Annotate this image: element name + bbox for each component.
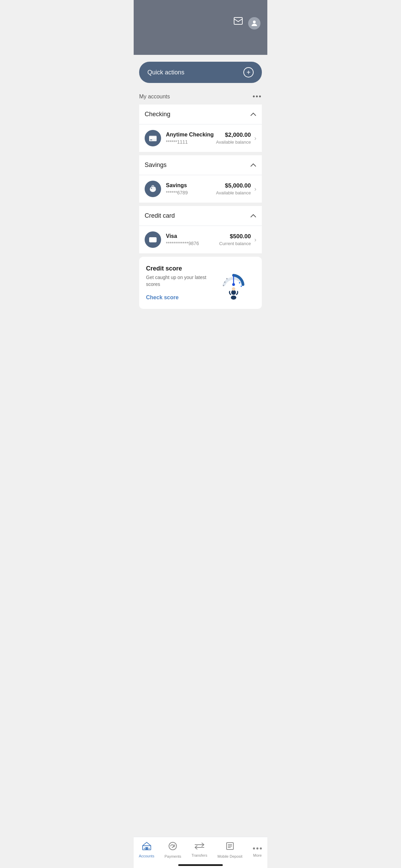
account-group-credit-card: Credit card Visa ************9876 $50 bbox=[139, 206, 262, 253]
nav-accounts[interactable]: Accounts bbox=[135, 840, 158, 859]
credit-card-group-title: Credit card bbox=[145, 212, 175, 219]
accounts-nav-label: Accounts bbox=[139, 854, 154, 858]
credit-card-account-number: ************9876 bbox=[166, 241, 219, 246]
checking-account-name: Anytime Checking bbox=[166, 132, 216, 138]
check-score-link[interactable]: Check score bbox=[146, 294, 179, 300]
mobile-deposit-nav-icon bbox=[225, 841, 235, 853]
savings-group-header[interactable]: Savings bbox=[139, 155, 262, 175]
svg-point-25 bbox=[169, 842, 177, 850]
svg-rect-4 bbox=[150, 140, 152, 140]
svg-point-17 bbox=[239, 282, 240, 284]
checking-account-number: ******1111 bbox=[166, 139, 216, 145]
credit-card-account-item[interactable]: Visa ************9876 $500.00 Current ba… bbox=[139, 226, 262, 253]
credit-score-card: Credit score Get caught up on your lates… bbox=[139, 257, 262, 309]
payments-nav-icon bbox=[168, 841, 178, 853]
svg-point-6 bbox=[151, 188, 152, 189]
mail-icon[interactable] bbox=[234, 17, 243, 27]
credit-card-account-name: Visa bbox=[166, 233, 219, 239]
nav-mobile-deposit[interactable]: Mobile Deposit bbox=[214, 840, 246, 860]
svg-point-18 bbox=[231, 290, 236, 295]
savings-balance-label: Available balance bbox=[216, 190, 251, 195]
svg-point-20 bbox=[232, 287, 235, 291]
credit-card-balance-wrap: $500.00 Current balance bbox=[219, 233, 251, 246]
svg-point-15 bbox=[226, 278, 228, 279]
quick-actions-label: Quick actions bbox=[147, 69, 184, 76]
credit-score-illustration bbox=[217, 266, 255, 300]
my-accounts-more-button[interactable]: ••• bbox=[253, 93, 262, 100]
svg-point-30 bbox=[253, 847, 255, 849]
account-group-checking: Checking Anytime Checking ******1111 bbox=[139, 105, 262, 152]
checking-group-title: Checking bbox=[145, 111, 170, 118]
nav-payments[interactable]: Payments bbox=[161, 840, 185, 860]
savings-account-number: ******6789 bbox=[166, 190, 216, 195]
svg-point-31 bbox=[256, 847, 258, 849]
svg-point-19 bbox=[231, 296, 236, 300]
savings-arrow-icon: › bbox=[254, 185, 256, 193]
home-indicator bbox=[178, 864, 223, 866]
credit-score-content: Credit score Get caught up on your lates… bbox=[146, 265, 214, 301]
svg-rect-10 bbox=[150, 241, 152, 242]
checking-balance-wrap: $2,000.00 Available balance bbox=[216, 132, 251, 145]
savings-balance-wrap: $5,000.00 Available balance bbox=[216, 182, 251, 195]
mobile-deposit-nav-label: Mobile Deposit bbox=[218, 854, 243, 858]
transfers-nav-label: Transfers bbox=[192, 853, 207, 857]
svg-rect-0 bbox=[234, 17, 242, 24]
svg-rect-3 bbox=[149, 137, 157, 138]
credit-card-arrow-icon: › bbox=[254, 236, 256, 243]
credit-card-group-header[interactable]: Credit card bbox=[139, 206, 262, 226]
bottom-navigation: Accounts Payments Transfers bbox=[134, 837, 267, 868]
savings-chevron-icon bbox=[250, 162, 256, 168]
checking-group-header[interactable]: Checking bbox=[139, 105, 262, 124]
savings-account-name: Savings bbox=[166, 182, 216, 189]
svg-point-14 bbox=[223, 285, 224, 286]
payments-nav-label: Payments bbox=[165, 854, 181, 858]
quick-actions-plus-icon: + bbox=[243, 67, 254, 77]
credit-card-balance: $500.00 bbox=[219, 233, 251, 240]
svg-rect-9 bbox=[149, 239, 156, 240]
svg-point-1 bbox=[253, 21, 256, 23]
checking-arrow-icon: › bbox=[254, 135, 256, 142]
credit-score-description: Get caught up on your latest scores bbox=[146, 274, 214, 288]
nav-transfers[interactable]: Transfers bbox=[188, 841, 211, 859]
credit-score-title: Credit score bbox=[146, 265, 214, 272]
credit-card-balance-label: Current balance bbox=[219, 241, 251, 246]
checking-account-item[interactable]: Anytime Checking ******1111 $2,000.00 Av… bbox=[139, 124, 262, 152]
my-accounts-header: My accounts ••• bbox=[139, 91, 262, 105]
checking-chevron-icon bbox=[250, 111, 256, 118]
my-accounts-title: My accounts bbox=[139, 94, 170, 100]
checking-account-info: Anytime Checking ******1111 bbox=[166, 132, 216, 145]
credit-card-account-icon bbox=[145, 231, 161, 248]
nav-more[interactable]: More bbox=[249, 841, 266, 859]
svg-point-16 bbox=[241, 286, 242, 287]
quick-actions-button[interactable]: Quick actions + bbox=[139, 62, 262, 83]
profile-avatar[interactable] bbox=[248, 17, 260, 29]
savings-account-icon bbox=[145, 181, 161, 197]
checking-balance: $2,000.00 bbox=[216, 132, 251, 138]
savings-balance: $5,000.00 bbox=[216, 182, 251, 189]
header bbox=[134, 0, 267, 55]
savings-account-info: Savings ******6789 bbox=[166, 182, 216, 195]
credit-card-chevron-icon bbox=[250, 213, 256, 219]
savings-account-item[interactable]: Savings ******6789 $5,000.00 Available b… bbox=[139, 175, 262, 203]
svg-point-13 bbox=[224, 281, 226, 283]
account-group-savings: Savings Savings ******6789 bbox=[139, 155, 262, 203]
main-content: Quick actions + My accounts ••• Checking bbox=[134, 55, 267, 349]
transfers-nav-icon bbox=[194, 842, 205, 852]
more-nav-icon bbox=[253, 842, 262, 852]
svg-rect-22 bbox=[145, 847, 148, 850]
checking-account-icon bbox=[145, 130, 161, 146]
svg-point-12 bbox=[232, 283, 235, 286]
svg-rect-7 bbox=[152, 191, 154, 191]
accounts-nav-icon bbox=[142, 842, 151, 853]
credit-card-account-info: Visa ************9876 bbox=[166, 233, 219, 246]
savings-group-title: Savings bbox=[145, 161, 167, 169]
svg-point-32 bbox=[260, 847, 262, 849]
more-nav-label: More bbox=[253, 853, 262, 857]
checking-balance-label: Available balance bbox=[216, 140, 251, 145]
